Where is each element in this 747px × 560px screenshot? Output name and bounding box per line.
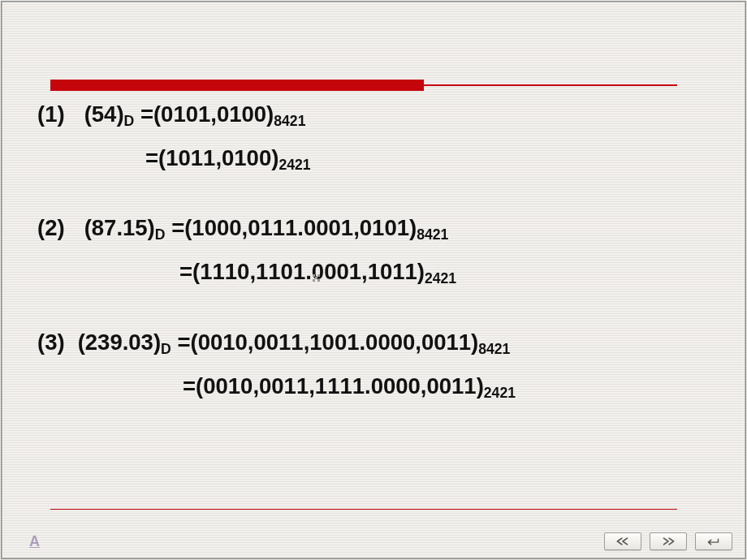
double-chevron-left-icon [614,536,632,546]
item-1-rhs-8421-sub: 8421 [274,113,305,129]
slide-content: (1) (54)D =(0101,0100)8421 =(1011,0100)2… [37,101,698,417]
prev-button[interactable] [604,532,641,550]
item-2-rhs-8421: =(1000,0111.0001,0101) [166,215,417,240]
item-2-line-1: (2) (87.15)D =(1000,0111.0001,0101)8421 [37,215,698,243]
item-1-rhs-2421-sub: 2421 [279,157,310,173]
item-2-number: (2) [37,215,78,241]
item-2-rhs-2421-sub: 2421 [425,270,456,286]
nav-controls [604,532,732,550]
item-2-lhs: (87.15) [84,215,155,240]
item-2-rhs-2421: =(1110,1101.0001,1011) [179,259,425,284]
item-3-line-2: =(0010,0011,1111.0000,0011)2421 [37,373,698,401]
footer-divider [50,509,677,510]
item-1-rhs-2421: =(1011,0100) [145,145,279,170]
item-1-lhs: (54) [84,101,124,127]
item-3-line-1: (3) (239.03)D =(0010,0011,1001.0000,0011… [37,330,698,357]
item-1-number: (1) [37,101,78,127]
item-3-lhs-sub: D [161,340,171,356]
item-3-lhs: (239.03) [78,330,161,355]
divider-thick [50,80,424,91]
return-arrow-icon [705,536,723,546]
watermark-icon [313,274,320,282]
item-1-lhs-sub: D [124,113,135,129]
item-1-line-1: (1) (54)D =(0101,0100)8421 [37,101,698,129]
corner-mark: A [29,533,40,550]
item-1-line-2: =(1011,0100)2421 [37,145,698,173]
double-chevron-right-icon [659,536,677,546]
item-2-rhs-8421-sub: 8421 [417,226,448,243]
item-2-lhs-sub: D [155,226,166,243]
item-3-rhs-2421: =(0010,0011,1111.0000,0011) [183,373,484,398]
item-1-rhs-8421: =(0101,0100) [134,101,274,127]
title-divider [50,80,677,91]
back-button[interactable] [695,532,732,550]
item-1: (1) (54)D =(0101,0100)8421 =(1011,0100)2… [37,101,698,173]
next-button[interactable] [650,532,687,550]
item-3-number: (3) [37,330,71,355]
item-2: (2) (87.15)D =(1000,0111.0001,0101)8421 … [37,215,698,286]
item-3: (3) (239.03)D =(0010,0011,1001.0000,0011… [37,330,698,401]
item-3-rhs-8421: =(0010,0011,1001.0000,0011) [171,330,478,355]
item-3-rhs-2421-sub: 2421 [484,385,516,401]
item-3-rhs-8421-sub: 8421 [478,340,510,356]
item-2-line-2: =(1110,1101.0001,1011)2421 [37,259,698,286]
